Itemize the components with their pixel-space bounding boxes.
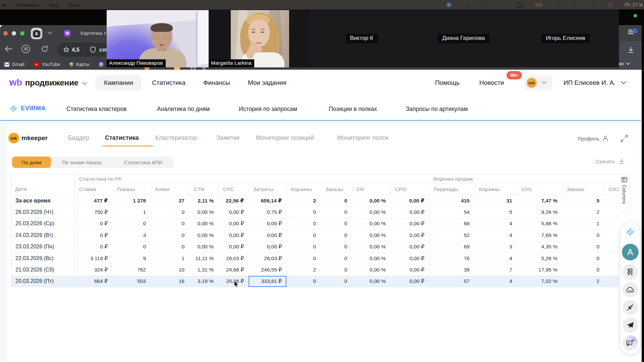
wb-avatar-menu[interactable]: mk <box>524 75 552 90</box>
table-cell[interactable] <box>604 218 619 230</box>
table-cell[interactable]: 0,00 ₽ <box>249 218 286 230</box>
creative-cloud-icon[interactable] <box>481 2 487 8</box>
table-cell[interactable]: 4 <box>474 276 517 287</box>
table-cell[interactable]: 1 278 <box>112 195 151 206</box>
table-cell[interactable]: 2 <box>562 206 604 218</box>
table-cell[interactable] <box>604 276 619 287</box>
table-cell[interactable]: 5,88 % <box>517 218 562 230</box>
table-cell[interactable]: 0,00 % <box>352 276 390 287</box>
table-cell[interactable]: 0 <box>321 206 352 218</box>
table-cell[interactable]: 0 <box>321 253 352 264</box>
table-cell[interactable]: 11,11 % <box>189 253 218 264</box>
evirma-item-history[interactable]: История по запросам <box>239 106 297 113</box>
table-cell[interactable]: 0,00 % <box>352 206 390 218</box>
table-cell[interactable]: 1 <box>562 218 604 230</box>
tab-favicon[interactable]: W <box>64 30 71 37</box>
view-tab-api[interactable]: Статистика АПИ <box>112 157 174 168</box>
table-cell[interactable]: 22,56 ₽ <box>218 195 249 206</box>
video-tile-viktor[interactable]: Виктор К <box>311 10 413 67</box>
table-cell[interactable] <box>604 230 619 241</box>
wb-help-link[interactable]: Помощь <box>435 79 460 86</box>
table-cell[interactable]: 5 <box>562 195 604 206</box>
mkeeper-profile-button[interactable]: Профиль <box>578 135 608 141</box>
column-header[interactable]: CR1 <box>517 184 562 195</box>
table-cell[interactable]: 28,03 ₽ <box>249 253 286 264</box>
table-cell[interactable]: 0 <box>151 218 189 230</box>
table-cell[interactable]: 0,00 % <box>189 230 218 241</box>
mkeeper-tab-position-monitoring[interactable]: Мониторинг позиций <box>256 134 314 141</box>
yandex-button-icon[interactable]: Я <box>21 45 30 53</box>
toolbar-avatar[interactable]: A <box>622 244 639 260</box>
table-cell[interactable]: 0,00 ₽ <box>218 241 249 253</box>
tab-group-chevron-icon[interactable] <box>48 32 52 35</box>
view-tab-by-zones[interactable]: По зонам показа <box>51 157 112 168</box>
table-cell[interactable]: 0,00 % <box>352 230 390 241</box>
wb-logo-chevron-icon[interactable] <box>82 82 87 85</box>
table-cell[interactable]: За все время <box>11 195 75 206</box>
table-cell[interactable]: 54 <box>429 206 474 218</box>
table-cell[interactable]: 0,00 ₽ <box>218 230 249 241</box>
table-cell[interactable]: 20,86 ₽ <box>218 276 249 287</box>
table-cell[interactable]: 609,14 ₽ <box>249 195 286 206</box>
table-cell[interactable]: 0,00 ₽ <box>390 264 429 276</box>
table-cell[interactable]: 0,00 ₽ <box>390 241 429 253</box>
video-tile-igor[interactable]: Игорь Елисеев <box>515 10 616 67</box>
table-cell[interactable]: 0,00 ₽ <box>249 230 286 241</box>
table-cell[interactable]: 750 ₽ <box>75 206 112 218</box>
evirma-item-queries[interactable]: Запросы по артикулам <box>406 106 468 113</box>
column-header[interactable]: Корзины <box>474 184 517 195</box>
table-cell[interactable]: 1 <box>151 253 189 264</box>
table-cell[interactable]: 0 ₽ <box>75 241 112 253</box>
menubar-app-partial[interactable]: m <box>2 2 6 8</box>
mkeeper-tab-notes[interactable]: Заметки <box>216 134 239 141</box>
table-cell[interactable]: 0,00 ₽ <box>390 230 429 241</box>
control-center-icon[interactable] <box>590 2 596 7</box>
table-cell[interactable]: 21.03.2026 (Сб) <box>11 264 75 276</box>
table-cell[interactable]: 0,00 % <box>189 218 218 230</box>
table-cell[interactable]: 0 <box>562 241 604 253</box>
column-header[interactable]: CPC <box>218 184 249 195</box>
table-cell[interactable]: 0 <box>562 253 604 264</box>
tab-group-button[interactable]: 6 <box>31 28 42 39</box>
table-cell[interactable]: 2 <box>286 264 321 276</box>
table-cell[interactable]: 415 <box>429 195 474 206</box>
sidebar-panel-icon[interactable] <box>628 28 638 36</box>
table-cell[interactable]: 0,00 % <box>189 241 218 253</box>
download-button[interactable]: Скачать <box>596 159 625 164</box>
wb-nav-tasks[interactable]: Мои задания <box>239 75 295 90</box>
table-cell[interactable]: 4,35 % <box>517 241 562 253</box>
wb-account-chevron-icon[interactable] <box>621 81 626 84</box>
wb-nav-finances[interactable]: Финансы <box>195 75 238 90</box>
video-tile-margarita[interactable]: Margarita Larkina <box>209 10 311 67</box>
video-tile-alexandr[interactable]: Александр Пивоваров <box>107 10 209 67</box>
table-cell[interactable]: 0 <box>321 241 352 253</box>
table-cell[interactable]: 17,95 % <box>517 264 562 276</box>
table-cell[interactable]: 503 <box>112 276 151 287</box>
spotlight-search-icon[interactable] <box>573 2 578 8</box>
column-header-date[interactable]: Дата <box>11 174 75 195</box>
table-cell[interactable]: 68 <box>429 218 474 230</box>
table-cell[interactable]: 0 ₽ <box>75 230 112 241</box>
table-cell[interactable]: 24,66 ₽ <box>218 264 249 276</box>
evirma-item-clusters[interactable]: Статистика кластеров <box>66 106 127 113</box>
column-header[interactable]: CR <box>352 184 390 195</box>
wb-nav-statistics[interactable]: Статистика <box>144 75 194 90</box>
table-cell[interactable]: 0 <box>151 206 189 218</box>
table-cell[interactable]: 16 <box>151 276 189 287</box>
table-cell[interactable]: 28,03 ₽ <box>218 253 249 264</box>
evirma-toolbar-logo[interactable] <box>626 228 635 236</box>
table-cell[interactable]: 4 <box>474 253 517 264</box>
table-cell[interactable]: 0 <box>112 218 151 230</box>
table-cell[interactable]: 9,26 % <box>517 206 562 218</box>
column-header[interactable]: Заказы <box>562 184 604 195</box>
window-maximize-button[interactable] <box>20 31 24 36</box>
menubar-date[interactable]: Пт, 27 м <box>625 2 644 7</box>
assistant-icon[interactable] <box>607 2 613 8</box>
column-header[interactable]: Корзины <box>286 184 321 195</box>
wb-account-name[interactable]: ИП Елисеев И. А. <box>564 79 615 86</box>
table-cell[interactable]: 0,00 ₽ <box>218 218 249 230</box>
column-header[interactable]: Ставка <box>75 184 112 195</box>
table-cell[interactable]: 0 <box>321 230 352 241</box>
table-cell[interactable]: 52 <box>429 230 474 241</box>
wb-news-link[interactable]: Новости <box>479 79 504 86</box>
